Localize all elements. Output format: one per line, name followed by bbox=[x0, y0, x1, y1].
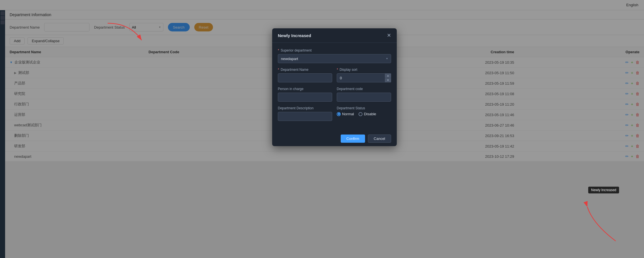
number-spinners: ▲ ▼ bbox=[385, 73, 391, 82]
superior-dept-wrapper: newdapart bbox=[278, 54, 391, 63]
desc-status-row: Department Description Department Status… bbox=[278, 106, 391, 121]
confirm-button[interactable]: Confirm bbox=[341, 135, 365, 143]
display-sort-wrapper: ▲ ▼ bbox=[337, 73, 391, 82]
required-star-1: * bbox=[278, 48, 279, 52]
superior-dept-row: * Superior department newdapart bbox=[278, 48, 391, 63]
modal-close-button[interactable]: ✕ bbox=[387, 33, 391, 38]
dept-name-sort-row: * Department Name * Display sort ▲ ▼ bbox=[278, 68, 391, 82]
radio-normal-dot bbox=[337, 112, 341, 116]
modal-header: Newly Increased ✕ bbox=[272, 28, 397, 43]
person-in-charge-label: Person in charge bbox=[278, 87, 332, 91]
dept-code-field: Department code bbox=[337, 87, 391, 102]
modal-footer: Confirm Cancel bbox=[272, 131, 397, 146]
dept-desc-field: Department Description bbox=[278, 106, 332, 121]
required-star-3: * bbox=[337, 68, 338, 72]
radio-normal-label[interactable]: Normal bbox=[337, 112, 354, 116]
display-sort-input[interactable] bbox=[337, 73, 391, 82]
required-star-2: * bbox=[278, 68, 279, 72]
person-dept-code-row: Person in charge Department code bbox=[278, 87, 391, 102]
person-in-charge-field: Person in charge bbox=[278, 87, 332, 102]
dept-code-label: Department code bbox=[337, 87, 391, 91]
person-in-charge-input[interactable] bbox=[278, 93, 332, 102]
superior-dept-label: * Superior department bbox=[278, 48, 391, 52]
display-sort-label: * Display sort bbox=[337, 68, 391, 72]
dept-status-field: Department Status Normal Disable bbox=[337, 106, 391, 121]
cancel-button[interactable]: Cancel bbox=[368, 135, 391, 143]
modal-newly-increased: Newly Increased ✕ * Superior department … bbox=[272, 28, 397, 146]
radio-normal-text: Normal bbox=[342, 112, 354, 116]
radio-disable-dot bbox=[359, 112, 362, 116]
superior-dept-select[interactable]: newdapart bbox=[278, 54, 391, 63]
radio-disable-text: Disable bbox=[364, 112, 376, 116]
dept-name-modal-input[interactable] bbox=[278, 73, 332, 82]
spinner-down-button[interactable]: ▼ bbox=[385, 78, 391, 83]
dept-desc-label: Department Description bbox=[278, 106, 332, 110]
spinner-up-button[interactable]: ▲ bbox=[385, 73, 391, 78]
dept-desc-input[interactable] bbox=[278, 112, 332, 121]
modal-title: Newly Increased bbox=[278, 33, 311, 38]
newly-increased-tooltip: Newly Increased bbox=[588, 187, 619, 193]
dept-name-modal-label: * Department Name bbox=[278, 68, 332, 72]
dept-code-input[interactable] bbox=[337, 93, 391, 102]
status-radio-group: Normal Disable bbox=[337, 112, 391, 116]
modal-body: * Superior department newdapart * Depart… bbox=[272, 43, 397, 131]
display-sort-field: * Display sort ▲ ▼ bbox=[337, 68, 391, 82]
dept-name-field: * Department Name bbox=[278, 68, 332, 82]
radio-disable-label[interactable]: Disable bbox=[359, 112, 376, 116]
dept-status-modal-label: Department Status bbox=[337, 106, 391, 110]
